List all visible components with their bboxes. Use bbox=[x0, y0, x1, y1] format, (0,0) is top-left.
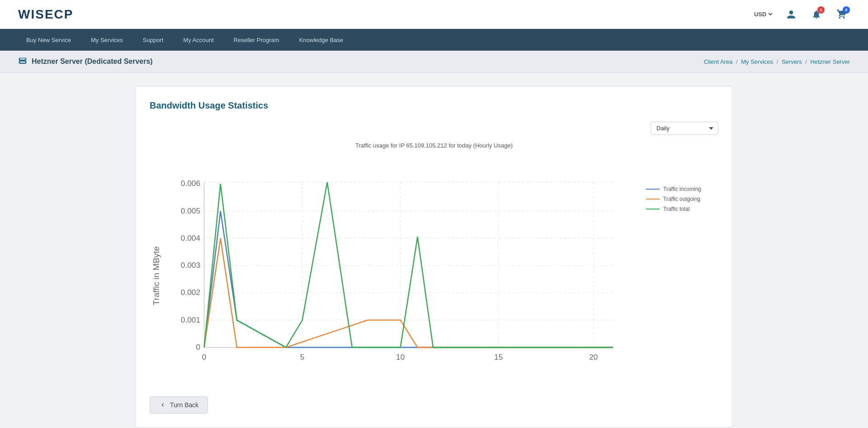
breadcrumb-servers[interactable]: Servers bbox=[782, 58, 802, 65]
cart-icon-button[interactable]: 0 bbox=[834, 6, 850, 23]
breadcrumb-bar: Hetzner Server (Dedicated Servers) Clien… bbox=[0, 51, 868, 73]
legend-line-outgoing bbox=[646, 199, 660, 200]
content-wrapper: Bandwidth Usage Statistics Daily Weekly … bbox=[118, 73, 750, 428]
nav-my-account[interactable]: My Account bbox=[175, 30, 222, 50]
svg-text:0: 0 bbox=[202, 352, 207, 361]
svg-text:0.006: 0.006 bbox=[181, 179, 200, 188]
traffic-incoming-line bbox=[204, 211, 613, 347]
bandwidth-chart: Traffic in MByte bbox=[150, 159, 632, 377]
chart-subtitle: Traffic usage for IP 65.109.105.212 for … bbox=[150, 142, 718, 149]
notification-badge: 1 bbox=[817, 6, 825, 14]
top-header: WISECP USD 1 0 bbox=[0, 0, 868, 29]
chart-controls: Daily Weekly Monthly bbox=[150, 122, 718, 135]
logo: WISECP bbox=[18, 7, 73, 22]
nav-reseller-program[interactable]: Reseller Program bbox=[226, 30, 288, 50]
svg-text:0.004: 0.004 bbox=[181, 233, 201, 243]
section-title: Bandwidth Usage Statistics bbox=[150, 100, 718, 111]
svg-text:15: 15 bbox=[494, 352, 503, 361]
nav-support[interactable]: Support bbox=[135, 30, 172, 50]
server-icon bbox=[18, 57, 27, 66]
legend-item-outgoing: Traffic outgoing bbox=[646, 196, 718, 202]
turn-back-button[interactable]: Turn Back bbox=[150, 396, 208, 414]
svg-text:0: 0 bbox=[196, 342, 200, 352]
chart-svg-wrapper: Traffic in MByte bbox=[150, 159, 632, 378]
user-icon-button[interactable] bbox=[783, 6, 799, 23]
svg-text:20: 20 bbox=[589, 352, 598, 361]
page-title: Hetzner Server (Dedicated Servers) bbox=[18, 57, 153, 66]
chevron-left-icon bbox=[159, 401, 166, 409]
legend-line-incoming bbox=[646, 189, 660, 190]
content-card: Bandwidth Usage Statistics Daily Weekly … bbox=[136, 86, 732, 428]
breadcrumb: Client Area / My Services / Servers / He… bbox=[704, 58, 850, 65]
legend-item-total: Traffic total bbox=[646, 206, 718, 212]
legend-line-total bbox=[646, 209, 660, 209]
nav-my-services[interactable]: My Services bbox=[83, 30, 131, 50]
currency-select[interactable]: USD bbox=[752, 10, 774, 18]
header-right: USD 1 0 bbox=[752, 6, 850, 23]
legend-item-incoming: Traffic incoming bbox=[646, 186, 718, 192]
svg-text:Traffic in MByte: Traffic in MByte bbox=[151, 246, 161, 305]
breadcrumb-hetzner-server[interactable]: Hetzner Server bbox=[811, 58, 850, 65]
main-nav: Buy New Service My Services Support My A… bbox=[0, 29, 868, 51]
svg-text:10: 10 bbox=[396, 352, 405, 361]
chart-legend: Traffic incoming Traffic outgoing Traffi… bbox=[646, 159, 718, 212]
breadcrumb-client-area[interactable]: Client Area bbox=[704, 58, 733, 65]
traffic-total-line bbox=[204, 182, 613, 347]
svg-text:0.001: 0.001 bbox=[181, 315, 200, 324]
cart-badge: 0 bbox=[843, 6, 850, 14]
svg-text:0.002: 0.002 bbox=[181, 288, 200, 297]
chart-container: Traffic in MByte bbox=[150, 154, 718, 383]
svg-text:0.005: 0.005 bbox=[181, 206, 200, 215]
breadcrumb-my-services[interactable]: My Services bbox=[741, 58, 773, 65]
svg-text:0.003: 0.003 bbox=[181, 261, 200, 270]
period-select[interactable]: Daily Weekly Monthly bbox=[651, 122, 718, 135]
nav-knowledge-base[interactable]: Knowledge Base bbox=[291, 30, 352, 50]
notification-icon-button[interactable]: 1 bbox=[808, 6, 825, 23]
nav-buy-new-service[interactable]: Buy New Service bbox=[18, 30, 79, 50]
svg-text:5: 5 bbox=[300, 352, 305, 361]
